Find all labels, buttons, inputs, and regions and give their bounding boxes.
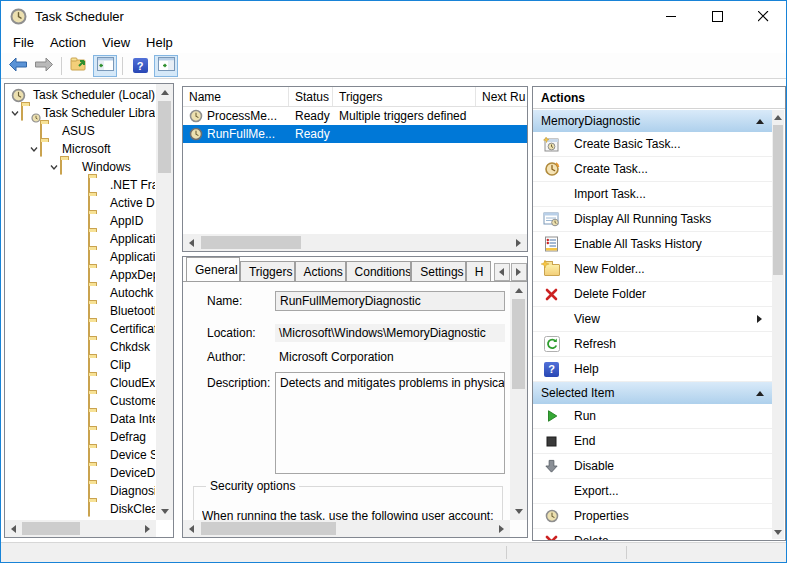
tab-triggers[interactable]: Triggers bbox=[240, 261, 295, 281]
tree-horizontal-scrollbar[interactable] bbox=[5, 520, 156, 537]
scroll-up-icon[interactable] bbox=[156, 84, 173, 101]
action-import-task[interactable]: Import Task... bbox=[533, 182, 772, 207]
tab-scroll-left-button[interactable] bbox=[494, 263, 510, 281]
task-row-runfullmemorydiagnostic-selected[interactable]: RunFullMe... Ready bbox=[183, 125, 527, 143]
tree-item-autochk[interactable]: Autochk bbox=[5, 284, 155, 302]
tree-item-bluetooth[interactable]: Bluetooth bbox=[5, 302, 155, 320]
scrollbar-thumb[interactable] bbox=[512, 299, 525, 389]
scrollbar-thumb[interactable] bbox=[201, 522, 336, 535]
group-header-selected-item[interactable]: Selected Item bbox=[533, 382, 772, 404]
actions-vertical-scrollbar[interactable] bbox=[772, 110, 784, 539]
action-run[interactable]: Run bbox=[533, 404, 772, 429]
minimize-button[interactable] bbox=[648, 1, 694, 31]
tree-item-diskcleanup[interactable]: DiskCleanu bbox=[5, 500, 155, 518]
group-header-memorydiagnostic[interactable]: MemoryDiagnostic bbox=[533, 110, 772, 132]
show-action-pane-button[interactable] bbox=[154, 55, 178, 77]
scrollbar-thumb[interactable] bbox=[158, 101, 171, 173]
tree-item-windows[interactable]: Windows bbox=[5, 158, 155, 176]
action-help[interactable]: ? Help bbox=[533, 357, 772, 382]
scroll-right-icon[interactable] bbox=[510, 234, 527, 251]
task-row-processmemorydiagnostic[interactable]: ProcessMe... Ready Multiple triggers def… bbox=[183, 107, 527, 125]
action-delete[interactable]: Delete bbox=[533, 529, 772, 540]
collapse-icon[interactable] bbox=[756, 391, 764, 396]
action-create-task[interactable]: Create Task... bbox=[533, 157, 772, 182]
back-button[interactable] bbox=[6, 55, 30, 77]
tab-actions[interactable]: Actions bbox=[295, 261, 346, 281]
tree-item-diagnosis[interactable]: Diagnosis bbox=[5, 482, 155, 500]
export-list-button[interactable] bbox=[67, 55, 91, 77]
action-properties[interactable]: Properties bbox=[533, 504, 772, 529]
tree-item-active-directory[interactable]: Active Direc bbox=[5, 194, 155, 212]
menu-action[interactable]: Action bbox=[42, 32, 94, 53]
chevron-expanded-icon[interactable] bbox=[27, 144, 40, 154]
chevron-expanded-icon[interactable] bbox=[8, 108, 21, 118]
scroll-right-icon[interactable] bbox=[493, 520, 510, 537]
column-header-triggers[interactable]: Triggers bbox=[333, 87, 476, 106]
tab-history-truncated[interactable]: H bbox=[466, 261, 491, 281]
action-view[interactable]: View bbox=[533, 307, 772, 332]
name-field[interactable]: RunFullMemoryDiagnostic bbox=[275, 291, 505, 311]
scrollbar-thumb[interactable] bbox=[22, 522, 80, 535]
help-button[interactable]: ? bbox=[128, 55, 152, 77]
tree-item-appxdeploy[interactable]: AppxDeploy bbox=[5, 266, 155, 284]
action-display-all-running-tasks[interactable]: Display All Running Tasks bbox=[533, 207, 772, 232]
title-bar[interactable]: Task Scheduler bbox=[1, 1, 786, 32]
tree-item-appid[interactable]: AppID bbox=[5, 212, 155, 230]
tree-item-cloudexperience[interactable]: CloudExper bbox=[5, 374, 155, 392]
chevron-expanded-icon[interactable] bbox=[47, 162, 60, 172]
tree-item-net-framework[interactable]: .NET Frame bbox=[5, 176, 155, 194]
column-header-next-run[interactable]: Next Ru bbox=[476, 87, 527, 106]
column-header-status[interactable]: Status bbox=[289, 87, 333, 106]
maximize-button[interactable] bbox=[694, 1, 740, 31]
details-vertical-scrollbar[interactable] bbox=[510, 282, 527, 520]
scrollbar-thumb[interactable] bbox=[773, 125, 783, 275]
tab-scroll-right-button[interactable] bbox=[511, 263, 527, 281]
tab-settings[interactable]: Settings bbox=[411, 261, 465, 281]
scroll-down-icon[interactable] bbox=[510, 503, 527, 520]
scroll-down-icon[interactable] bbox=[772, 525, 784, 539]
tree-item-asus[interactable]: ASUS bbox=[5, 122, 155, 140]
action-end[interactable]: End bbox=[533, 429, 772, 454]
tree-item-data-integrity[interactable]: Data Integri bbox=[5, 410, 155, 428]
show-console-tree-button[interactable] bbox=[93, 55, 117, 77]
scroll-left-icon[interactable] bbox=[5, 520, 22, 537]
tree-item-microsoft[interactable]: Microsoft bbox=[5, 140, 155, 158]
tree-item-clip[interactable]: Clip bbox=[5, 356, 155, 374]
tree-item-task-scheduler-library[interactable]: Task Scheduler Library bbox=[5, 104, 155, 122]
tab-general[interactable]: General bbox=[186, 257, 240, 281]
action-refresh[interactable]: Refresh bbox=[533, 332, 772, 357]
scroll-right-icon[interactable] bbox=[139, 520, 156, 537]
task-list-horizontal-scrollbar[interactable] bbox=[183, 234, 527, 251]
action-disable[interactable]: Disable bbox=[533, 454, 772, 479]
close-button[interactable] bbox=[740, 1, 786, 31]
column-header-name[interactable]: Name bbox=[183, 87, 289, 106]
forward-button[interactable] bbox=[32, 55, 56, 77]
menu-help[interactable]: Help bbox=[138, 32, 181, 53]
menu-file[interactable]: File bbox=[5, 32, 42, 53]
tree-item-application-1[interactable]: Application bbox=[5, 230, 155, 248]
tree-vertical-scrollbar[interactable] bbox=[156, 84, 173, 520]
action-delete-folder[interactable]: Delete Folder bbox=[533, 282, 772, 307]
scroll-down-icon[interactable] bbox=[156, 503, 173, 520]
scrollbar-thumb[interactable] bbox=[201, 236, 301, 249]
tree-item-chkdsk[interactable]: Chkdsk bbox=[5, 338, 155, 356]
action-enable-all-tasks-history[interactable]: Enable All Tasks History bbox=[533, 232, 772, 257]
action-export[interactable]: Export... bbox=[533, 479, 772, 504]
scroll-left-icon[interactable] bbox=[183, 520, 200, 537]
tree-item-application-2[interactable]: Application bbox=[5, 248, 155, 266]
description-field[interactable]: Detects and mitigates problems in physic… bbox=[275, 372, 505, 474]
scroll-up-icon[interactable] bbox=[772, 110, 784, 124]
tree-item-defrag[interactable]: Defrag bbox=[5, 428, 155, 446]
menu-view[interactable]: View bbox=[94, 32, 138, 53]
scroll-left-icon[interactable] bbox=[183, 234, 200, 251]
collapse-icon[interactable] bbox=[756, 119, 764, 124]
tree-item-device-setup[interactable]: Device Setu bbox=[5, 446, 155, 464]
scroll-up-icon[interactable] bbox=[510, 282, 527, 299]
tree-item-devicedirectory[interactable]: DeviceDirec bbox=[5, 464, 155, 482]
action-create-basic-task[interactable]: Create Basic Task... bbox=[533, 132, 772, 157]
details-horizontal-scrollbar[interactable] bbox=[183, 520, 510, 537]
tree-item-certificates[interactable]: CertificateS bbox=[5, 320, 155, 338]
tree-item-customer-experience[interactable]: Customer E bbox=[5, 392, 155, 410]
tab-conditions[interactable]: Conditions bbox=[346, 261, 412, 281]
action-new-folder[interactable]: New Folder... bbox=[533, 257, 772, 282]
